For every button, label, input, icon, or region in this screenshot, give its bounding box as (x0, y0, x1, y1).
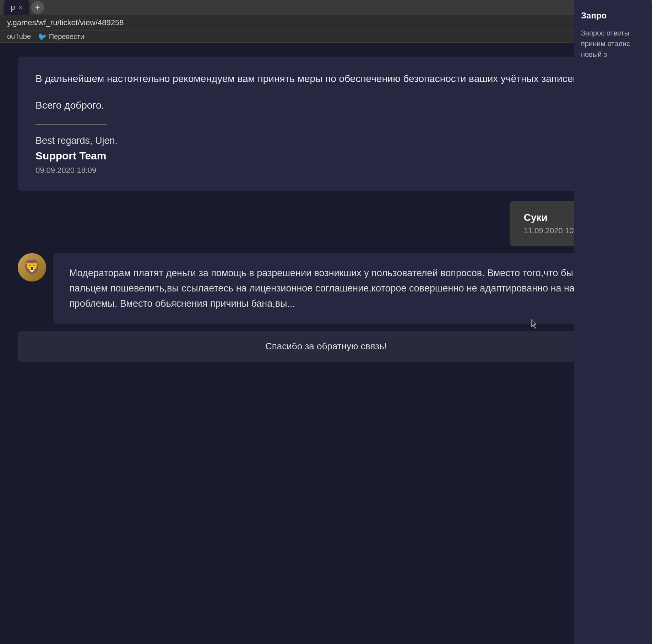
support-goodbye: Всего доброго. (36, 98, 616, 114)
goodbye-text: Всего доброго. (36, 100, 104, 111)
main-wrapper: В дальнейшем настоятельно рекомендуем ва… (0, 43, 652, 628)
tab-bar: р × + (0, 0, 652, 15)
sidebar-text: Запрос ответы приним оталис новый з (581, 28, 645, 60)
sidebar-title: Запро (581, 11, 645, 21)
bookmark-youtube-label: ouTube (7, 32, 31, 40)
tab-close-button[interactable]: × (18, 4, 22, 11)
user-reply-container: Суки 11.09.2020 10:35 🦁 (18, 201, 634, 246)
active-tab[interactable]: р × (4, 0, 29, 15)
tab-label: р (11, 3, 15, 12)
team-name: Support Team (36, 150, 616, 162)
mod-avatar: 🦁 (18, 253, 46, 282)
support-body-text: В дальнейшем настоятельно рекомендуем ва… (36, 73, 581, 84)
feedback-bar: Спасибо за обратную связь! (18, 331, 634, 362)
browser-chrome: р × + y.games/wf_ru/ticket/view/489258 o… (0, 0, 652, 43)
bookmark-youtube[interactable]: ouTube (7, 32, 31, 40)
address-bar-row: y.games/wf_ru/ticket/view/489258 (0, 15, 652, 31)
address-bar[interactable]: y.games/wf_ru/ticket/view/489258 (7, 18, 124, 27)
content-area: В дальнейшем настоятельно рекомендуем ва… (0, 43, 652, 628)
mod-comment-block: Модераторам платят деньги за помощь в ра… (53, 253, 634, 324)
new-tab-button[interactable]: + (31, 1, 44, 14)
mod-comment-container: 🦁 Модераторам платят деньги за помощь в … (18, 253, 634, 324)
regards-text: Best regards, Ujen. (36, 135, 616, 146)
bookmarks-bar: ouTube 🐦 Перевести (0, 31, 652, 42)
message-footer: 09.09.2020 18:09 👍 👎 (36, 165, 616, 176)
feedback-text: Спасибо за обратную связь! (265, 341, 387, 351)
support-message-body: В дальнейшем настоятельно рекомендуем ва… (36, 71, 616, 87)
support-timestamp: 09.09.2020 18:09 (36, 166, 96, 175)
message-divider (36, 124, 107, 125)
sidebar-panel: Запро Запрос ответы приним оталис новый … (574, 0, 652, 644)
mod-avatar-emoji: 🦁 (23, 259, 41, 275)
bookmark-translate[interactable]: 🐦 Перевести (38, 32, 84, 41)
support-message-block: В дальнейшем настоятельно рекомендуем ва… (18, 57, 634, 191)
bookmark-translate-label: 🐦 Перевести (38, 32, 84, 41)
